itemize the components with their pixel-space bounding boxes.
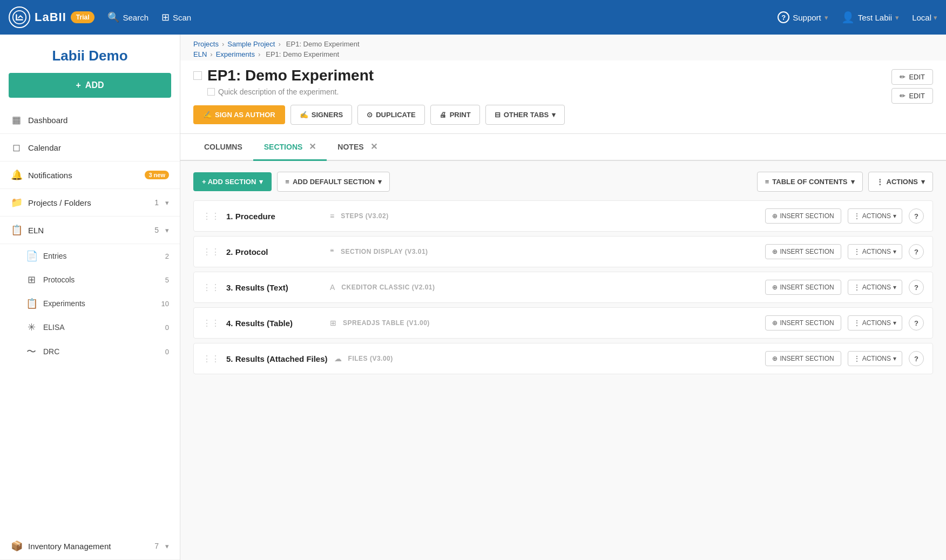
add-default-section-button[interactable]: ≡ ADD DEFAULT SECTION ▾ <box>277 172 390 192</box>
drag-handle-icon[interactable]: ⋮⋮ <box>202 211 220 221</box>
print-button[interactable]: 🖨 PRINT <box>430 105 480 125</box>
sections-content: + ADD SECTION ▾ ≡ ADD DEFAULT SECTION ▾ … <box>180 161 946 389</box>
help-button-2[interactable]: ? <box>909 244 924 259</box>
insert-section-button-3[interactable]: ⊕ INSERT SECTION <box>765 280 841 295</box>
sidebar-item-notifications[interactable]: 🔔 Notifications 3 new <box>0 161 180 189</box>
breadcrumb-eln-link[interactable]: ELN <box>193 50 207 58</box>
eln-chevron-icon: ▾ <box>165 226 169 234</box>
sidebar-item-entries[interactable]: 📄 Entries 2 <box>0 244 180 268</box>
description-checkbox[interactable] <box>207 88 215 96</box>
tab-columns[interactable]: COLUMNS <box>193 135 253 160</box>
insert-section-label-4: INSERT SECTION <box>780 319 834 327</box>
section-actions-button-2[interactable]: ⋮ ACTIONS ▾ <box>848 244 902 259</box>
locale-chevron-icon: ▾ <box>934 14 937 22</box>
help-button-3[interactable]: ? <box>909 280 924 295</box>
dashboard-icon: ▦ <box>11 114 22 126</box>
plus-circle-icon-4: ⊕ <box>772 319 778 327</box>
drag-handle-icon-2[interactable]: ⋮⋮ <box>202 247 220 257</box>
breadcrumb: Projects › Sample Project › EP1: Demo Ex… <box>180 35 946 60</box>
plus-circle-icon-3: ⊕ <box>772 284 778 291</box>
sidebar-item-projects-folders[interactable]: 📁 Projects / Folders 1 ▾ <box>0 189 180 217</box>
help-icon: ? <box>778 11 789 23</box>
actions-main-label: ACTIONS <box>887 178 918 186</box>
locale-nav-item[interactable]: Local ▾ <box>912 13 937 22</box>
signers-icon: ✍ <box>300 111 308 119</box>
section-actions-button-5[interactable]: ⋮ ACTIONS ▾ <box>848 351 902 366</box>
sidebar: Labii Demo + ADD ▦ Dashboard ◻ Calendar … <box>0 35 180 560</box>
help-button-5[interactable]: ? <box>909 351 924 366</box>
tab-notes-label: NOTES <box>337 143 363 151</box>
insert-section-button-1[interactable]: ⊕ INSERT SECTION <box>765 208 841 224</box>
entries-icon: 📄 <box>26 250 37 262</box>
breadcrumb-sample-project-link[interactable]: Sample Project <box>227 40 275 48</box>
sign-as-author-button[interactable]: ✍ SIGN AS AUTHOR <box>193 105 285 124</box>
dots-icon-1: ⋮ <box>854 212 860 220</box>
sidebar-item-protocols[interactable]: ⊞ Protocols 5 <box>0 268 180 292</box>
drag-handle-icon-4[interactable]: ⋮⋮ <box>202 318 220 328</box>
add-button[interactable]: + ADD <box>9 73 171 98</box>
breadcrumb-experiments-link[interactable]: Experiments <box>216 50 255 58</box>
search-icon: 🔍 <box>107 11 119 23</box>
insert-section-button-2[interactable]: ⊕ INSERT SECTION <box>765 244 841 259</box>
sidebar-item-label: ELN <box>28 226 148 235</box>
signers-button[interactable]: ✍ SIGNERS <box>290 105 353 125</box>
sidebar-item-dashboard[interactable]: ▦ Dashboard <box>0 106 180 134</box>
add-button-label: ADD <box>85 80 104 90</box>
tab-notes[interactable]: NOTES ✕ <box>327 134 388 161</box>
drag-handle-icon-3[interactable]: ⋮⋮ <box>202 282 220 293</box>
help-button-1[interactable]: ? <box>909 208 924 224</box>
insert-section-button-4[interactable]: ⊕ INSERT SECTION <box>765 315 841 330</box>
tab-sections-close-icon[interactable]: ✕ <box>309 141 316 152</box>
inventory-icon: 📦 <box>11 540 22 552</box>
add-section-button[interactable]: + ADD SECTION ▾ <box>193 172 272 191</box>
section-actions-button-4[interactable]: ⋮ ACTIONS ▾ <box>848 315 902 330</box>
other-tabs-button[interactable]: ⊟ OTHER TABS ▾ <box>485 105 565 125</box>
actions-dots-icon: ⋮ <box>876 178 883 186</box>
tab-sections[interactable]: SECTIONS ✕ <box>253 134 327 161</box>
drag-handle-icon-5[interactable]: ⋮⋮ <box>202 354 220 364</box>
search-nav-item[interactable]: 🔍 Search <box>107 11 148 23</box>
actions-main-button[interactable]: ⋮ ACTIONS ▾ <box>868 172 934 192</box>
sidebar-item-drc[interactable]: 〜 DRC 0 <box>0 339 180 364</box>
sidebar-item-elisa[interactable]: ✳ ELISA 0 <box>0 315 180 339</box>
folders-icon: 📁 <box>11 197 22 208</box>
text-icon: A <box>330 283 335 292</box>
insert-section-button-5[interactable]: ⊕ INSERT SECTION <box>765 351 841 366</box>
section-type-label-protocol: SECTION DISPLAY (V3.01) <box>341 248 428 255</box>
add-default-chevron-icon: ▾ <box>378 178 382 186</box>
cloud-icon: ☁ <box>334 354 342 363</box>
table-of-contents-button[interactable]: ≡ TABLE OF CONTENTS ▾ <box>757 172 863 192</box>
help-button-4[interactable]: ? <box>909 315 924 330</box>
section-row-protocol: ⋮⋮ 2. Protocol ❝ SECTION DISPLAY (V3.01)… <box>193 236 933 267</box>
experiment-checkbox[interactable] <box>193 71 202 80</box>
sidebar-item-inventory[interactable]: 📦 Inventory Management 7 ▾ <box>0 532 180 560</box>
section-actions-button-1[interactable]: ⋮ ACTIONS ▾ <box>848 208 902 224</box>
tab-notes-close-icon[interactable]: ✕ <box>370 141 377 152</box>
experiment-header: ✏ EDIT ✏ EDIT EP1: Demo Experiment Quick… <box>180 60 946 134</box>
dots-icon-2: ⋮ <box>854 248 860 255</box>
section-title-2: Protocol <box>235 247 268 257</box>
elisa-label: ELISA <box>43 323 159 332</box>
duplicate-button[interactable]: ⊙ DUPLICATE <box>357 105 424 125</box>
pencil-icon-2: ✏ <box>900 92 906 100</box>
section-row-results-files: ⋮⋮ 5. Results (Attached Files) ☁ FILES (… <box>193 343 933 374</box>
section-type-label-results-text: CKEDITOR CLASSIC (V2.01) <box>341 284 435 291</box>
sidebar-item-experiments[interactable]: 📋 Experiments 10 <box>0 292 180 315</box>
breadcrumb-ep1-text: EP1: Demo Experiment <box>266 50 339 58</box>
edit-button-2[interactable]: ✏ EDIT <box>891 88 933 104</box>
dots-icon-5: ⋮ <box>854 355 860 362</box>
eln-count: 5 <box>154 226 159 234</box>
sidebar-item-eln[interactable]: 📋 ELN 5 ▾ <box>0 217 180 244</box>
edit-button-1[interactable]: ✏ EDIT <box>891 69 933 85</box>
user-nav-item[interactable]: 👤 Test Labii ▾ <box>841 11 899 24</box>
add-section-chevron-icon: ▾ <box>259 178 263 186</box>
app-title: Labii Demo <box>0 35 180 73</box>
support-nav-item[interactable]: ? Support ▾ <box>778 11 828 23</box>
section-actions-button-3[interactable]: ⋮ ACTIONS ▾ <box>848 280 902 295</box>
dots-icon-3: ⋮ <box>854 284 860 291</box>
sidebar-item-calendar[interactable]: ◻ Calendar <box>0 134 180 161</box>
breadcrumb-projects-link[interactable]: Projects <box>193 40 219 48</box>
sections-toolbar: + ADD SECTION ▾ ≡ ADD DEFAULT SECTION ▾ … <box>193 172 933 192</box>
edit-buttons-group: ✏ EDIT ✏ EDIT <box>891 69 933 104</box>
scan-nav-item[interactable]: ⊞ Scan <box>161 11 191 23</box>
